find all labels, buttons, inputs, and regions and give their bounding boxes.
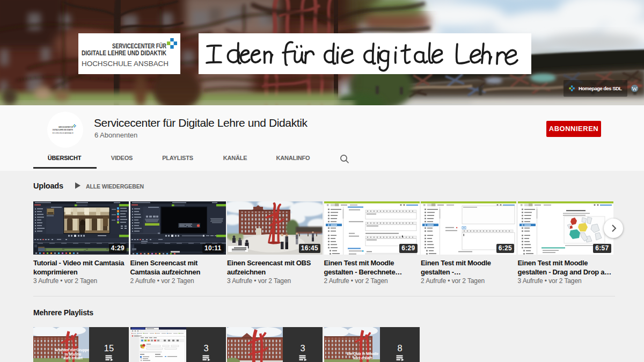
svg-text:SERVICECENTER FÜR: SERVICECENTER FÜR — [112, 42, 166, 50]
svg-text:in Moodle: in Moodle — [65, 352, 82, 356]
svg-text:kurz erklärt: kurz erklärt — [63, 356, 83, 360]
svg-text:3: 3 — [300, 343, 305, 353]
svg-text:8: 8 — [397, 343, 402, 353]
svg-text:DIGITALE LEHRE UND DIDAKTIK: DIGITALE LEHRE UND DIDAKTIK — [53, 129, 73, 131]
svg-text:SERVICECENTER FÜR: SERVICECENTER FÜR — [58, 126, 73, 128]
svg-text:Homepage des SDL: Homepage des SDL — [579, 85, 622, 91]
svg-text:kurz erklärt: kurz erklärt — [353, 356, 372, 360]
svg-text:HOCHSCHULE ANSBACH: HOCHSCHULE ANSBACH — [53, 132, 74, 134]
svg-text:3: 3 — [203, 343, 208, 353]
svg-text:15: 15 — [104, 343, 114, 353]
svg-text:HOCHSCHULE ANSBACH: HOCHSCHULE ANSBACH — [82, 60, 169, 68]
svg-text:W: W — [632, 85, 638, 92]
svg-text:DIGITALE LEHRE UND DIDAKTIK: DIGITALE LEHRE UND DIDAKTIK — [82, 49, 166, 57]
